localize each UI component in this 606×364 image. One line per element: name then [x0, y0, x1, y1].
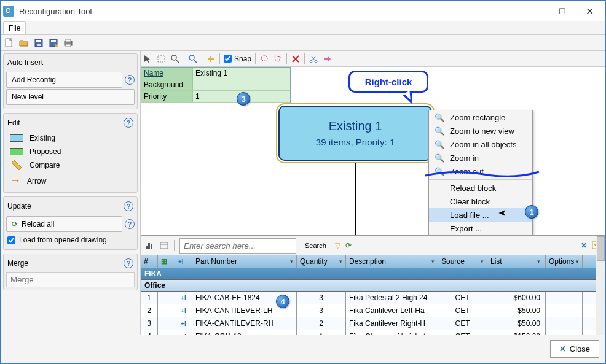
block-title: Existing 1: [329, 119, 382, 133]
table-row[interactable]: 4+iFIKA-COH-181Fika Change of height tCE…: [141, 330, 605, 335]
snap-checkbox[interactable]: Snap: [224, 55, 251, 63]
vertical-scrollbar[interactable]: [596, 236, 605, 335]
prop-name-value[interactable]: Existing 1: [193, 68, 290, 79]
group-row-fika[interactable]: FIKA: [141, 268, 605, 280]
footer: ✕ Close: [1, 335, 605, 363]
info-icon[interactable]: +i: [181, 320, 186, 327]
col-add-header[interactable]: ⊞: [158, 255, 175, 268]
annotation-bubble-tail: [403, 91, 417, 107]
edit-title: Edit: [7, 118, 20, 127]
svg-rect-8: [66, 44, 71, 47]
reload-all-button[interactable]: ⟳ Reload all: [6, 216, 122, 232]
zoom-icon[interactable]: [170, 54, 180, 64]
help-icon[interactable]: ?: [125, 75, 135, 85]
close-window-button[interactable]: ✕: [576, 2, 603, 20]
filter-triangle-icon[interactable]: ▽: [335, 241, 340, 250]
delete-icon[interactable]: [291, 54, 301, 64]
data-grid: Search ▽ ⟳ ✕ # ⊞ +i Part Number▾ Quantit…: [141, 235, 605, 335]
merge-input[interactable]: [6, 272, 135, 287]
marquee-tool-icon[interactable]: [157, 54, 167, 64]
svg-rect-18: [146, 246, 148, 249]
ctx-clear-block[interactable]: Clear block: [429, 195, 532, 208]
ctx-zoom-rectangle[interactable]: 🔍Zoom rectangle: [429, 110, 532, 124]
ctx-reload-block[interactable]: Reload block: [429, 181, 532, 195]
help-icon[interactable]: ?: [124, 118, 133, 128]
new-level-button[interactable]: New level: [6, 89, 135, 105]
existing-block[interactable]: Existing 1 39 items, Priority: 1: [278, 106, 432, 161]
help-icon[interactable]: ?: [125, 219, 135, 229]
col-description-header[interactable]: Description▾: [346, 255, 438, 268]
ctx-zoom-all[interactable]: 🔍Zoom in all objects: [429, 137, 532, 151]
ctx-zoom-in[interactable]: 🔍Zoom in: [429, 151, 532, 165]
refresh-icon[interactable]: ⟳: [345, 241, 352, 250]
prop-priority-label: Priority: [141, 91, 193, 102]
close-button[interactable]: ✕ Close: [550, 340, 599, 358]
zoom-extents-icon[interactable]: [188, 54, 198, 64]
prop-priority-value[interactable]: 1: [193, 91, 242, 102]
ctx-zoom-new-view[interactable]: 🔍Zoom to new view: [429, 124, 532, 137]
open-folder-icon[interactable]: [19, 38, 29, 48]
menubar: File: [1, 21, 605, 35]
prop-name-label[interactable]: Name: [141, 68, 193, 79]
update-panel: Update ? ⟳ Reload all ? Load from opened…: [3, 196, 138, 250]
search-input[interactable]: [179, 238, 296, 254]
new-file-icon[interactable]: [4, 38, 14, 48]
col-info-header[interactable]: +i: [175, 255, 192, 268]
group-row-office[interactable]: Office: [141, 280, 605, 292]
table-row[interactable]: 3+iFIKA-CANTILEVER-RH2Fika Cantilever Ri…: [141, 317, 605, 330]
col-list-header[interactable]: List▾: [487, 255, 546, 268]
app-toolbar: [1, 35, 605, 51]
save-as-icon[interactable]: [49, 38, 58, 48]
help-icon[interactable]: ?: [124, 201, 133, 211]
legend-existing[interactable]: Existing: [6, 131, 135, 145]
prop-bg-label: Background: [141, 79, 193, 90]
table-row[interactable]: 2+iFIKA-CANTILEVER-LH3Fika Cantilever Le…: [141, 304, 605, 317]
select-tool-icon[interactable]: [143, 54, 153, 64]
print-icon[interactable]: [63, 38, 73, 48]
chart-icon[interactable]: [144, 241, 154, 250]
sort-icon: ▾: [290, 258, 293, 265]
prop-bg-value[interactable]: [193, 79, 290, 90]
filter-icon[interactable]: [159, 241, 169, 250]
col-options-header[interactable]: Options▾: [546, 255, 583, 268]
col-quantity-header[interactable]: Quantity▾: [297, 255, 346, 268]
info-icon[interactable]: +i: [181, 308, 186, 314]
info-icon: +i: [178, 258, 184, 265]
search-button[interactable]: Search: [301, 241, 330, 250]
legend-proposed[interactable]: Proposed: [6, 145, 135, 158]
polygon-tool-icon[interactable]: [273, 54, 283, 64]
grid-toolbar: Search ▽ ⟳ ✕: [141, 236, 605, 255]
app-title: Reconfiguration Tool: [19, 7, 522, 16]
ctx-export[interactable]: Export ...: [429, 222, 532, 235]
col-source-header[interactable]: Source▾: [438, 255, 487, 268]
svg-rect-7: [66, 39, 71, 42]
col-partnumber-header[interactable]: Part Number▾: [192, 255, 297, 268]
minimize-button[interactable]: —: [522, 2, 549, 20]
info-icon[interactable]: +i: [181, 295, 186, 301]
legend-compare[interactable]: Compare: [6, 158, 135, 172]
col-num-header[interactable]: #: [141, 255, 158, 268]
zoom-rect-icon: 🔍: [434, 112, 445, 122]
canvas[interactable]: Name Existing 1 Background Priority 1 ▾ …: [141, 67, 605, 235]
file-menu[interactable]: File: [3, 21, 26, 34]
table-row[interactable]: 1+iFIKA-CAB-FF-18243Fika Pedestal 2 High…: [141, 292, 605, 304]
scrollbar-thumb[interactable]: [597, 236, 605, 261]
svg-rect-19: [148, 243, 150, 249]
ctx-zoom-out[interactable]: 🔍Zoom out: [429, 165, 532, 178]
grid-body[interactable]: FIKA Office 1+iFIKA-CAB-FF-18243Fika Ped…: [141, 268, 605, 335]
lasso-tool-icon[interactable]: [259, 54, 269, 64]
clear-x-icon[interactable]: ✕: [581, 241, 587, 250]
maximize-button[interactable]: ☐: [549, 2, 576, 20]
load-from-drawing-checkbox[interactable]: Load from opened drawing: [6, 233, 135, 247]
add-reconfig-button[interactable]: Add Reconfig: [6, 72, 122, 88]
info-icon[interactable]: +i: [181, 333, 186, 335]
ctx-load-file[interactable]: Load file ...: [429, 208, 532, 222]
cut-icon[interactable]: [309, 54, 318, 64]
pan-icon[interactable]: [206, 54, 216, 64]
save-icon[interactable]: [34, 38, 44, 48]
svg-rect-5: [51, 40, 56, 42]
titlebar: Reconfiguration Tool — ☐ ✕: [1, 1, 605, 21]
paste-icon[interactable]: [322, 54, 332, 64]
legend-arrow[interactable]: →Arrow: [6, 172, 135, 190]
help-icon[interactable]: ?: [124, 258, 133, 268]
